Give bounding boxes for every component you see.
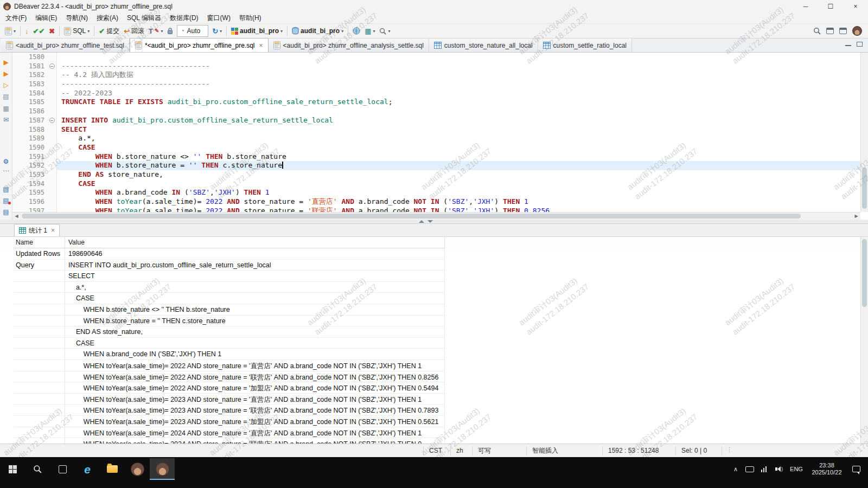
column-header-value[interactable]: Value <box>65 237 445 248</box>
perspective-icon[interactable] <box>839 28 847 34</box>
table-row[interactable]: WHEN toYear(a.sale_time)= 2022 AND store… <box>0 360 868 371</box>
scroll-right-icon[interactable]: ▶ <box>852 213 860 220</box>
code-line[interactable]: CASE <box>57 179 868 189</box>
validate-button[interactable]: ✔✔ <box>31 24 47 37</box>
menu-item-2[interactable]: 导航(N) <box>61 14 92 23</box>
editor-tab[interactable]: <audit_bi_pro> zhumr_offline_analysis_se… <box>269 38 429 52</box>
fold-marker[interactable]: − <box>47 62 57 71</box>
grid-icon[interactable]: ▦ <box>1 104 11 112</box>
dbeaver-app-button[interactable] <box>125 458 150 480</box>
code-line[interactable]: ----------------------------------- <box>57 80 868 89</box>
menu-item-6[interactable]: 窗口(W) <box>203 14 235 23</box>
table-row[interactable]: CASE <box>0 338 868 349</box>
dbeaver-community-icon[interactable] <box>852 26 862 36</box>
touch-keyboard-button[interactable] <box>743 458 757 480</box>
editor-content[interactable]: 15801581−-------------------------------… <box>12 53 868 212</box>
menu-item-4[interactable]: SQL 编辑器 <box>123 14 165 23</box>
editor-vertical-scrollbar[interactable] <box>860 53 868 212</box>
table-row[interactable]: SELECT <box>0 271 868 282</box>
close-tab-icon[interactable]: × <box>259 42 263 49</box>
code-line[interactable]: -- 4.2 插入国内数据 <box>57 70 868 80</box>
tab-statistics[interactable]: 统计 1 × <box>14 224 60 236</box>
hidden-icons-button[interactable]: ∧ <box>729 458 743 480</box>
code-line[interactable]: a.*, <box>57 134 868 143</box>
filter-button[interactable]: ▾ <box>377 24 392 37</box>
table-row[interactable]: WHEN toYear(a.sale_time)= 2023 AND store… <box>0 404 868 416</box>
editor-tab[interactable]: *<audit_bi_pro> zhumr_offline_pre.sql× <box>130 38 269 52</box>
code-line[interactable]: WHEN toYear(a.sale_time)= 2022 AND store… <box>57 197 868 207</box>
results-scroll-thumb[interactable] <box>862 239 867 307</box>
table-row[interactable]: QueryINSERT INTO audit_bi_pro.custom_off… <box>0 260 868 271</box>
minimize-panel-icon[interactable] <box>427 220 433 223</box>
results-vertical-scrollbar[interactable] <box>860 237 868 444</box>
more-options-icon[interactable]: ⋯ <box>1 167 11 175</box>
table-row[interactable]: WHEN b.store_nature <> '' THEN b.store_n… <box>0 304 868 316</box>
scroll-left-icon[interactable]: ◀ <box>12 213 21 220</box>
language-indicator[interactable]: ENG <box>787 458 806 480</box>
execute-new-tab-icon[interactable]: ▶ <box>1 69 11 78</box>
table-row[interactable]: WHEN toYear(a.sale_time)= 2022 AND store… <box>0 382 868 394</box>
cancel-button[interactable]: ✖ <box>47 24 57 37</box>
status-caret-position[interactable]: 1592 : 53 : 51248 <box>602 446 675 455</box>
mail-icon[interactable]: ✉ <box>1 115 11 124</box>
new-sql-editor-button[interactable]: ▾ <box>3 24 18 37</box>
dbeaver-app-button-active[interactable] <box>150 458 175 480</box>
horizontal-scroll-thumb[interactable] <box>22 214 801 219</box>
commit-button[interactable]: ✔提交 <box>97 24 122 37</box>
taskbar-search-button[interactable] <box>25 458 50 480</box>
code-line[interactable]: WHEN toYear(a.sale_time)= 2022 AND store… <box>57 207 868 212</box>
vertical-scroll-thumb[interactable] <box>862 168 867 209</box>
file-explorer-button[interactable] <box>100 458 125 480</box>
collapse-icon[interactable]: − <box>49 63 55 69</box>
table-row[interactable]: WHEN toYear(a.sale_time)= 2022 AND store… <box>0 371 868 383</box>
table-row[interactable]: WHEN toYear(a.sale_time)= 2024 AND store… <box>0 438 868 444</box>
panel-splitter[interactable] <box>0 220 868 224</box>
editor-tab[interactable]: custom_store_nature_all_local <box>429 38 538 52</box>
sql-menu-button[interactable]: SQL▾ <box>62 24 92 37</box>
script-2-icon[interactable]: ▤ <box>1 208 11 216</box>
network-button[interactable] <box>757 458 771 480</box>
editor-tab[interactable]: custom_settle_ratio_local <box>538 38 632 52</box>
task-view-button[interactable] <box>50 458 75 480</box>
collapse-icon[interactable]: − <box>49 118 55 123</box>
table-row[interactable]: Updated Rows198690646 <box>0 248 868 260</box>
code-line[interactable]: CASE <box>57 143 868 152</box>
menu-item-7[interactable]: 帮助(H) <box>235 14 266 23</box>
editor-horizontal-scrollbar[interactable]: ◀ ▶ <box>12 212 860 220</box>
schema-selector[interactable]: audit_bi_pro ▾ <box>290 24 346 37</box>
menu-item-5[interactable]: 数据库(D) <box>165 14 203 23</box>
fold-marker[interactable]: − <box>47 116 57 125</box>
table-row[interactable]: WHEN b.store_nature = '' THEN c.store_na… <box>0 316 868 327</box>
open-perspective-icon[interactable] <box>826 28 834 34</box>
execute-script-icon[interactable]: ▷ <box>1 81 11 89</box>
maximize-panel-icon[interactable] <box>419 220 424 223</box>
navigator-sync-button[interactable] <box>350 24 362 37</box>
code-line[interactable]: WHEN b.store_nature = '' THEN c.store_na… <box>57 161 868 170</box>
commit-mode-button[interactable]: ▦▾ <box>362 24 377 37</box>
table-row[interactable]: WHEN toYear(a.sale_time)= 2024 AND store… <box>0 427 868 439</box>
code-line[interactable]: ----------------------------------- <box>57 62 868 71</box>
status-insert-mode[interactable]: 智能插入 <box>526 446 602 455</box>
close-button[interactable]: × <box>843 0 868 12</box>
script-alert-icon[interactable]: ▤ <box>1 196 11 204</box>
code-line[interactable]: WHEN a.brand_code IN ('SBZ','JXH') THEN … <box>57 188 868 197</box>
fetch-data-button[interactable]: ↓ <box>23 24 31 37</box>
execute-statement-icon[interactable]: ▶ <box>1 58 11 66</box>
quick-search-icon[interactable] <box>813 27 821 35</box>
code-line[interactable]: END AS store_nature, <box>57 170 868 179</box>
auto-refresh-combo[interactable]: ◔Auto <box>177 25 208 37</box>
refresh-button[interactable]: ↻▾ <box>210 24 224 37</box>
column-header-name[interactable]: Name <box>14 237 65 248</box>
code-line[interactable]: INSERT INTO audit_bi_pro.custom_offline_… <box>57 116 868 125</box>
lock-button[interactable] <box>165 24 175 37</box>
maximize-view-icon[interactable] <box>857 42 863 47</box>
code-line[interactable]: WHEN b.store_nature <> '' THEN b.store_n… <box>57 152 868 162</box>
table-row[interactable]: a.*, <box>0 282 868 293</box>
start-button[interactable] <box>0 458 25 480</box>
code-line[interactable]: -- 2022-2023 <box>57 89 868 98</box>
table-row[interactable]: WHEN a.brand_code IN ('SBZ','JXH') THEN … <box>0 349 868 360</box>
menu-item-0[interactable]: 文件(F) <box>1 14 31 23</box>
code-line[interactable]: TRUNCATE TABLE IF EXISTS audit_bi_pro.cu… <box>57 98 868 107</box>
explain-plan-icon[interactable]: ▤ <box>1 93 11 101</box>
code-line[interactable] <box>57 107 868 116</box>
